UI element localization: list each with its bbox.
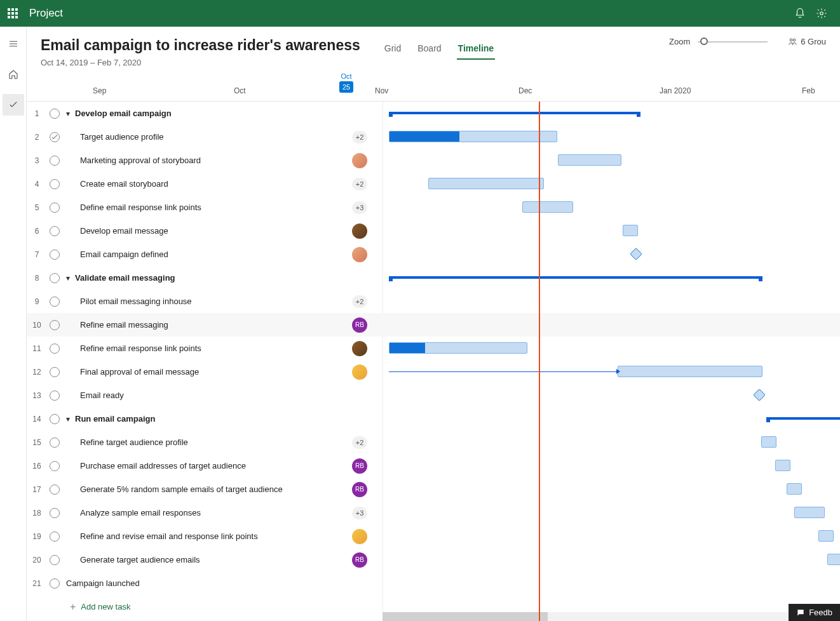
task-row[interactable]: 11 Refine email response link points (27, 337, 840, 360)
horizontal-scrollbar[interactable] (383, 612, 840, 621)
task-row[interactable]: 12 Final approval of email message (27, 360, 840, 384)
status-circle[interactable] (50, 203, 60, 213)
task-row[interactable]: 4 Create email storyboard +2 (27, 172, 840, 196)
task-name[interactable]: Marketing approval of storyboard (80, 156, 201, 165)
status-circle[interactable] (50, 414, 60, 424)
avatar[interactable] (352, 341, 367, 356)
status-circle[interactable] (50, 179, 60, 189)
tab-board[interactable]: Board (416, 41, 442, 60)
status-circle[interactable] (50, 578, 60, 589)
settings-icon[interactable] (811, 3, 832, 24)
task-row[interactable]: 3 Marketing approval of storyboard (27, 149, 840, 172)
summary-bar[interactable] (766, 417, 840, 420)
project-title[interactable]: Email campaign to increase rider's aware… (41, 37, 360, 54)
task-bar[interactable] (775, 460, 790, 471)
status-circle[interactable] (50, 109, 60, 119)
assignee-count[interactable]: +2 (352, 178, 367, 190)
avatar[interactable]: RB (352, 482, 367, 497)
task-row[interactable]: 10 Refine email messaging RB (27, 313, 840, 337)
status-circle[interactable] (50, 344, 60, 354)
task-row[interactable]: 8 ▾ Validate email messaging (27, 266, 840, 290)
status-circle[interactable] (50, 531, 60, 542)
task-name[interactable]: Run email campaign (75, 414, 155, 424)
scroll-thumb[interactable] (383, 612, 548, 621)
chevron-down-icon[interactable]: ▾ (66, 109, 75, 118)
status-circle[interactable] (50, 273, 60, 283)
today-indicator[interactable]: Oct 25 (339, 72, 353, 93)
status-circle[interactable] (50, 461, 60, 471)
task-row[interactable]: 19 Refine and revise email and response … (27, 524, 840, 548)
status-circle[interactable] (50, 367, 60, 377)
assignee-count[interactable]: +3 (352, 507, 367, 519)
assignee-count[interactable]: +2 (352, 295, 367, 308)
task-name[interactable]: Pilot email messaging inhouse (80, 297, 192, 306)
assignee-count[interactable]: +2 (352, 131, 367, 144)
avatar[interactable] (352, 364, 367, 380)
task-row[interactable]: 18 Analyze sample email responses +3 (27, 501, 840, 524)
task-name[interactable]: Email campaign defined (80, 250, 168, 259)
task-name[interactable]: Create email storyboard (80, 179, 168, 189)
task-bar[interactable] (818, 530, 834, 542)
task-row[interactable]: 1 ▾ Develop email campaign (27, 102, 840, 125)
status-circle[interactable] (50, 156, 60, 166)
feedback-button[interactable]: Feedb (789, 604, 840, 621)
task-name[interactable]: Refine and revise email and response lin… (80, 531, 258, 541)
task-name[interactable]: Refine target audience profile (80, 437, 188, 447)
tab-timeline[interactable]: Timeline (457, 41, 496, 60)
task-row[interactable]: 14 ▾ Run email campaign (27, 407, 840, 431)
task-name[interactable]: Target audience profile (80, 132, 164, 142)
zoom-slider[interactable] (698, 41, 768, 43)
task-name[interactable]: Validate email messaging (75, 273, 175, 283)
task-bar[interactable] (787, 483, 802, 495)
task-row[interactable]: 5 Define email response link points +3 (27, 196, 840, 219)
task-row[interactable]: 6 Develop email message (27, 219, 840, 243)
task-name[interactable]: Develop email campaign (75, 109, 172, 118)
task-name[interactable]: Refine email messaging (80, 320, 168, 330)
group-button[interactable]: 6 Grou (788, 37, 826, 46)
task-row[interactable]: 20 Generate target audience emails RB (27, 548, 840, 571)
status-circle[interactable] (50, 484, 60, 495)
avatar[interactable]: RB (352, 552, 367, 568)
avatar[interactable] (352, 247, 367, 262)
task-row[interactable]: 7 Email campaign defined (27, 243, 840, 266)
milestone[interactable] (630, 248, 642, 260)
task-name[interactable]: Refine email response link points (80, 344, 201, 353)
status-circle[interactable] (50, 297, 60, 307)
avatar[interactable]: RB (352, 458, 367, 474)
tasks-button[interactable] (3, 94, 24, 116)
task-bar[interactable] (389, 131, 557, 142)
status-circle[interactable] (50, 132, 60, 142)
status-circle[interactable] (50, 320, 60, 330)
task-name[interactable]: Email ready (80, 391, 124, 400)
task-row[interactable]: 13 Email ready (27, 384, 840, 407)
task-bar[interactable] (428, 178, 544, 189)
task-bar[interactable] (794, 507, 825, 518)
menu-button[interactable] (3, 33, 24, 55)
assignee-count[interactable]: +2 (352, 436, 367, 449)
avatar[interactable] (352, 153, 367, 168)
task-bar[interactable] (761, 436, 776, 448)
zoom-handle[interactable] (700, 37, 708, 45)
add-task-button[interactable]: +Add new task (70, 601, 130, 613)
task-name[interactable]: Define email response link points (80, 203, 201, 212)
task-name[interactable]: Generate 5% random sample emails of targ… (80, 484, 283, 494)
chevron-down-icon[interactable]: ▾ (66, 274, 75, 283)
task-name[interactable]: Campaign launched (66, 578, 140, 588)
task-name[interactable]: Analyze sample email responses (80, 508, 201, 518)
tab-grid[interactable]: Grid (383, 41, 402, 60)
status-circle[interactable] (50, 508, 60, 518)
task-row[interactable]: 15 Refine target audience profile +2 (27, 431, 840, 454)
milestone[interactable] (753, 389, 766, 401)
avatar[interactable] (352, 224, 367, 239)
status-circle[interactable] (50, 437, 60, 448)
status-circle[interactable] (50, 391, 60, 401)
task-name[interactable]: Purchase email addresses of target audie… (80, 461, 246, 471)
task-name[interactable]: Develop email message (80, 226, 168, 236)
status-circle[interactable] (50, 555, 60, 565)
notifications-icon[interactable] (789, 3, 811, 24)
avatar[interactable] (352, 529, 367, 544)
task-bar[interactable] (827, 554, 840, 565)
task-bar[interactable] (618, 366, 762, 377)
task-name[interactable]: Generate target audience emails (80, 555, 200, 564)
summary-bar[interactable] (389, 112, 640, 114)
